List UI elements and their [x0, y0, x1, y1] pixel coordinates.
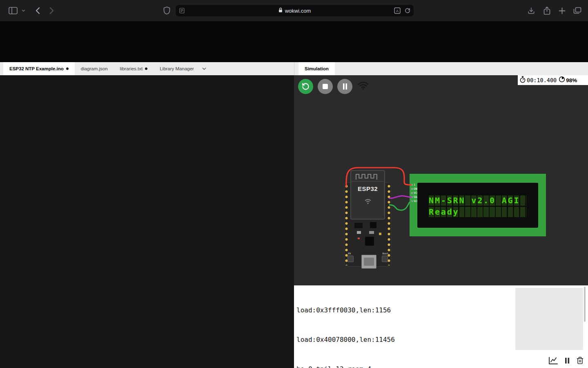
overlay-panel [515, 288, 583, 350]
component-usb-chip [365, 237, 374, 246]
stopwatch-icon [519, 76, 526, 85]
serial-controls [548, 356, 584, 366]
en-button-label: EN [348, 252, 351, 255]
stop-icon [323, 84, 328, 89]
reload-icon[interactable] [405, 5, 410, 16]
serial-monitor: load:0x3fff0030,len:1156 load:0x40078000… [294, 285, 588, 368]
restart-simulation-button[interactable] [298, 79, 313, 94]
pin-header-left [345, 185, 348, 265]
pause-simulation-button[interactable] [337, 79, 352, 94]
wire-green [390, 202, 411, 210]
tab-label: Simulation [305, 66, 329, 71]
component-chip [354, 223, 363, 228]
lcd-text-line1: NM-SRN v2.0 AGI [429, 195, 526, 206]
tab-diagram-json[interactable]: diagram.json [75, 62, 114, 75]
component-chip [370, 222, 376, 228]
editor-tabstrip: ESP32 NTP Example.ino diagram.json libra… [0, 62, 294, 75]
pin-pad [411, 196, 413, 198]
component-pad [379, 233, 381, 235]
trash-icon[interactable] [576, 356, 584, 366]
pin-pad [411, 192, 413, 194]
wifi-logo-icon [351, 198, 384, 205]
lcd-screen: NM-SRN v2.0 AGI Ready [417, 183, 538, 228]
pin-pad [411, 200, 413, 202]
pause-icon [343, 83, 347, 90]
simulation-canvas[interactable]: 00:10.400 98% ESP32 EN Boot [294, 75, 588, 285]
elapsed-time: 00:10.400 [527, 77, 557, 83]
unsaved-dot [66, 67, 69, 70]
wire-purple [390, 196, 411, 198]
tab-sketch-file[interactable]: ESP32 NTP Example.ino [3, 62, 75, 75]
en-button[interactable] [347, 256, 354, 262]
cpu-load: 98% [566, 77, 577, 83]
lock-icon [278, 7, 283, 14]
simulation-tabstrip: Simulation [294, 62, 588, 75]
lcd-text-line2: Ready [429, 207, 526, 217]
esp32-board[interactable]: ESP32 EN Boot [344, 182, 391, 267]
esp32-module: ESP32 [350, 170, 385, 220]
tab-label: libraries.txt [120, 66, 143, 71]
new-tab-icon[interactable] [557, 0, 567, 21]
plot-icon[interactable] [548, 357, 558, 366]
serial-output: load:0x3fff0030,len:1156 load:0x40078000… [296, 286, 395, 368]
translate-icon[interactable]: A [394, 5, 401, 16]
share-icon[interactable] [541, 0, 552, 21]
chevron-down-icon[interactable] [202, 66, 206, 71]
serial-line: load:0x40078000,len:11456 [296, 335, 395, 345]
gauge-icon [559, 76, 565, 84]
power-led [358, 238, 360, 239]
stop-simulation-button[interactable] [318, 79, 333, 94]
lcd-pin-label: 1 [414, 183, 415, 186]
code-editor[interactable] [0, 75, 294, 368]
pin-pad [411, 184, 413, 186]
simulation-status-badge: 00:10.400 98% [518, 75, 588, 85]
boot-button-label: Boot [383, 252, 388, 255]
serial-line: ho 0 tail 12 room 4 [296, 364, 395, 368]
browser-toolbar: wokwi.com A [0, 0, 588, 21]
url-text: wokwi.com [285, 8, 311, 14]
tab-overview-icon[interactable] [572, 0, 583, 21]
forward-button[interactable] [47, 0, 56, 21]
wifi-status-icon[interactable] [358, 81, 369, 92]
lcd1602-module[interactable]: 1 GND VCC SDA SCL NM-SRN v2.0 AGI Ready [410, 174, 546, 236]
component-capacitor [369, 231, 374, 234]
serial-line: load:0x3fff0030,len:1156 [296, 305, 395, 315]
svg-text:A: A [396, 9, 399, 13]
shield-icon[interactable] [162, 0, 172, 21]
back-button[interactable] [33, 0, 42, 21]
tab-libraries-txt[interactable]: libraries.txt [114, 62, 154, 75]
tab-simulation[interactable]: Simulation [298, 62, 335, 75]
pin-pad [411, 188, 413, 190]
tab-label: diagram.json [81, 66, 108, 71]
tab-library-manager[interactable]: Library Manager [154, 62, 212, 75]
tab-label: Library Manager [160, 66, 194, 71]
downloads-icon[interactable] [526, 0, 537, 21]
restart-icon [302, 83, 310, 90]
component-capacitor [357, 231, 361, 234]
page-header-area [0, 21, 588, 62]
tab-label: ESP32 NTP Example.ino [9, 66, 64, 71]
boot-button[interactable] [382, 256, 388, 262]
chevron-down-icon[interactable] [20, 0, 26, 21]
antenna-trace [351, 171, 384, 182]
serial-scrollbar[interactable] [584, 287, 586, 322]
page-settings-icon[interactable] [179, 5, 185, 16]
sidebar-toggle-icon[interactable] [7, 0, 19, 21]
board-label: ESP32 [351, 185, 384, 192]
usb-connector [361, 255, 376, 269]
address-bar[interactable]: wokwi.com A [176, 5, 414, 16]
unsaved-dot [145, 67, 147, 70]
pause-serial-icon[interactable] [564, 357, 570, 366]
